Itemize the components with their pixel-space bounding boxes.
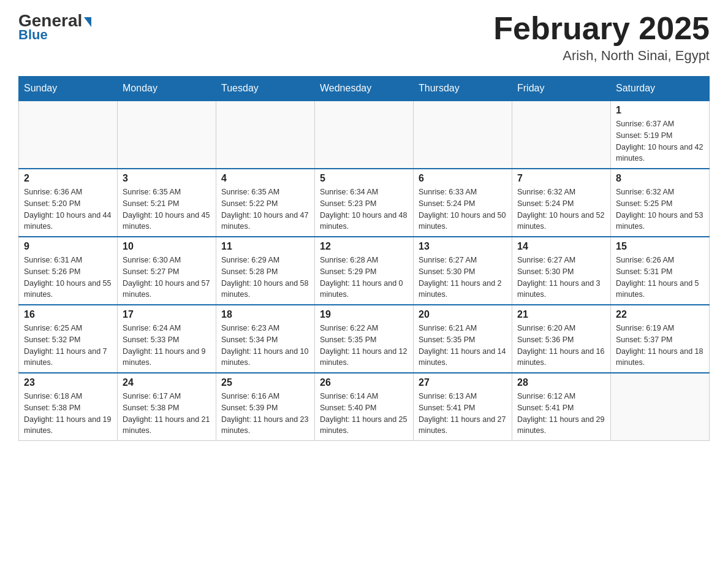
sun-info: Sunrise: 6:30 AMSunset: 5:27 PMDaylight:… bbox=[123, 255, 211, 301]
day-number: 12 bbox=[320, 241, 408, 252]
column-header-friday: Friday bbox=[512, 77, 611, 101]
calendar-cell: 25Sunrise: 6:16 AMSunset: 5:39 PMDayligh… bbox=[216, 373, 315, 441]
day-number: 6 bbox=[419, 173, 507, 184]
calendar-header-row: SundayMondayTuesdayWednesdayThursdayFrid… bbox=[19, 77, 710, 101]
calendar-cell: 12Sunrise: 6:28 AMSunset: 5:29 PMDayligh… bbox=[315, 237, 414, 305]
calendar-cell: 24Sunrise: 6:17 AMSunset: 5:38 PMDayligh… bbox=[118, 373, 216, 441]
sun-info: Sunrise: 6:28 AMSunset: 5:29 PMDaylight:… bbox=[320, 255, 408, 301]
calendar-week-row: 16Sunrise: 6:25 AMSunset: 5:32 PMDayligh… bbox=[19, 305, 710, 373]
calendar-table: SundayMondayTuesdayWednesdayThursdayFrid… bbox=[18, 76, 710, 441]
calendar-cell: 23Sunrise: 6:18 AMSunset: 5:38 PMDayligh… bbox=[19, 373, 118, 441]
sun-info: Sunrise: 6:35 AMSunset: 5:21 PMDaylight:… bbox=[123, 186, 211, 232]
sun-info: Sunrise: 6:29 AMSunset: 5:28 PMDaylight:… bbox=[221, 255, 309, 301]
sun-info: Sunrise: 6:24 AMSunset: 5:33 PMDaylight:… bbox=[123, 323, 211, 369]
calendar-cell bbox=[512, 101, 611, 169]
sun-info: Sunrise: 6:14 AMSunset: 5:40 PMDaylight:… bbox=[320, 391, 408, 437]
day-number: 9 bbox=[24, 241, 112, 252]
sun-info: Sunrise: 6:19 AMSunset: 5:37 PMDaylight:… bbox=[616, 323, 704, 369]
day-number: 14 bbox=[517, 241, 605, 252]
sun-info: Sunrise: 6:27 AMSunset: 5:30 PMDaylight:… bbox=[419, 255, 507, 301]
logo: General Blue bbox=[18, 12, 91, 43]
calendar-cell: 6Sunrise: 6:33 AMSunset: 5:24 PMDaylight… bbox=[414, 169, 512, 237]
day-number: 10 bbox=[123, 241, 211, 252]
sun-info: Sunrise: 6:22 AMSunset: 5:35 PMDaylight:… bbox=[320, 323, 408, 369]
sun-info: Sunrise: 6:21 AMSunset: 5:35 PMDaylight:… bbox=[419, 323, 507, 369]
calendar-cell: 7Sunrise: 6:32 AMSunset: 5:24 PMDaylight… bbox=[512, 169, 611, 237]
day-number: 8 bbox=[616, 173, 704, 184]
sun-info: Sunrise: 6:33 AMSunset: 5:24 PMDaylight:… bbox=[419, 186, 507, 232]
day-number: 25 bbox=[221, 377, 309, 388]
calendar-cell: 16Sunrise: 6:25 AMSunset: 5:32 PMDayligh… bbox=[19, 305, 118, 373]
calendar-cell: 26Sunrise: 6:14 AMSunset: 5:40 PMDayligh… bbox=[315, 373, 414, 441]
logo-blue: Blue bbox=[18, 27, 48, 43]
sun-info: Sunrise: 6:36 AMSunset: 5:20 PMDaylight:… bbox=[24, 186, 112, 232]
day-number: 16 bbox=[24, 309, 112, 320]
calendar-cell: 8Sunrise: 6:32 AMSunset: 5:25 PMDaylight… bbox=[611, 169, 710, 237]
sun-info: Sunrise: 6:17 AMSunset: 5:38 PMDaylight:… bbox=[123, 391, 211, 437]
calendar-cell bbox=[315, 101, 414, 169]
calendar-cell: 19Sunrise: 6:22 AMSunset: 5:35 PMDayligh… bbox=[315, 305, 414, 373]
title-area: February 2025 Arish, North Sinai, Egypt bbox=[493, 12, 710, 64]
sun-info: Sunrise: 6:37 AMSunset: 5:19 PMDaylight:… bbox=[616, 118, 704, 164]
calendar-cell bbox=[216, 101, 315, 169]
day-number: 3 bbox=[123, 173, 211, 184]
sun-info: Sunrise: 6:26 AMSunset: 5:31 PMDaylight:… bbox=[616, 255, 704, 301]
calendar-cell: 15Sunrise: 6:26 AMSunset: 5:31 PMDayligh… bbox=[611, 237, 710, 305]
calendar-cell: 3Sunrise: 6:35 AMSunset: 5:21 PMDaylight… bbox=[118, 169, 216, 237]
calendar-cell: 4Sunrise: 6:35 AMSunset: 5:22 PMDaylight… bbox=[216, 169, 315, 237]
day-number: 20 bbox=[419, 309, 507, 320]
day-number: 11 bbox=[221, 241, 309, 252]
calendar-cell: 9Sunrise: 6:31 AMSunset: 5:26 PMDaylight… bbox=[19, 237, 118, 305]
sun-info: Sunrise: 6:20 AMSunset: 5:36 PMDaylight:… bbox=[517, 323, 605, 369]
sun-info: Sunrise: 6:13 AMSunset: 5:41 PMDaylight:… bbox=[419, 391, 507, 437]
sun-info: Sunrise: 6:25 AMSunset: 5:32 PMDaylight:… bbox=[24, 323, 112, 369]
column-header-thursday: Thursday bbox=[414, 77, 512, 101]
sun-info: Sunrise: 6:12 AMSunset: 5:41 PMDaylight:… bbox=[517, 391, 605, 437]
day-number: 13 bbox=[419, 241, 507, 252]
column-header-sunday: Sunday bbox=[19, 77, 118, 101]
day-number: 5 bbox=[320, 173, 408, 184]
sun-info: Sunrise: 6:32 AMSunset: 5:25 PMDaylight:… bbox=[616, 186, 704, 232]
sun-info: Sunrise: 6:31 AMSunset: 5:26 PMDaylight:… bbox=[24, 255, 112, 301]
calendar-cell: 18Sunrise: 6:23 AMSunset: 5:34 PMDayligh… bbox=[216, 305, 315, 373]
page-header: General Blue February 2025 Arish, North … bbox=[18, 12, 710, 64]
calendar-cell: 2Sunrise: 6:36 AMSunset: 5:20 PMDaylight… bbox=[19, 169, 118, 237]
day-number: 2 bbox=[24, 173, 112, 184]
day-number: 18 bbox=[221, 309, 309, 320]
calendar-cell bbox=[611, 373, 710, 441]
day-number: 21 bbox=[517, 309, 605, 320]
calendar-cell: 11Sunrise: 6:29 AMSunset: 5:28 PMDayligh… bbox=[216, 237, 315, 305]
calendar-cell bbox=[414, 101, 512, 169]
calendar-week-row: 9Sunrise: 6:31 AMSunset: 5:26 PMDaylight… bbox=[19, 237, 710, 305]
day-number: 28 bbox=[517, 377, 605, 388]
month-title: February 2025 bbox=[493, 12, 710, 44]
day-number: 27 bbox=[419, 377, 507, 388]
calendar-cell bbox=[118, 101, 216, 169]
sun-info: Sunrise: 6:34 AMSunset: 5:23 PMDaylight:… bbox=[320, 186, 408, 232]
calendar-cell: 17Sunrise: 6:24 AMSunset: 5:33 PMDayligh… bbox=[118, 305, 216, 373]
column-header-saturday: Saturday bbox=[611, 77, 710, 101]
day-number: 24 bbox=[123, 377, 211, 388]
day-number: 7 bbox=[517, 173, 605, 184]
column-header-monday: Monday bbox=[118, 77, 216, 101]
calendar-cell: 5Sunrise: 6:34 AMSunset: 5:23 PMDaylight… bbox=[315, 169, 414, 237]
calendar-cell: 28Sunrise: 6:12 AMSunset: 5:41 PMDayligh… bbox=[512, 373, 611, 441]
day-number: 26 bbox=[320, 377, 408, 388]
day-number: 22 bbox=[616, 309, 704, 320]
sun-info: Sunrise: 6:35 AMSunset: 5:22 PMDaylight:… bbox=[221, 186, 309, 232]
column-header-wednesday: Wednesday bbox=[315, 77, 414, 101]
calendar-cell: 1Sunrise: 6:37 AMSunset: 5:19 PMDaylight… bbox=[611, 101, 710, 169]
calendar-cell: 21Sunrise: 6:20 AMSunset: 5:36 PMDayligh… bbox=[512, 305, 611, 373]
sun-info: Sunrise: 6:32 AMSunset: 5:24 PMDaylight:… bbox=[517, 186, 605, 232]
day-number: 15 bbox=[616, 241, 704, 252]
day-number: 1 bbox=[616, 105, 704, 116]
calendar-cell: 27Sunrise: 6:13 AMSunset: 5:41 PMDayligh… bbox=[414, 373, 512, 441]
sun-info: Sunrise: 6:23 AMSunset: 5:34 PMDaylight:… bbox=[221, 323, 309, 369]
day-number: 17 bbox=[123, 309, 211, 320]
calendar-week-row: 23Sunrise: 6:18 AMSunset: 5:38 PMDayligh… bbox=[19, 373, 710, 441]
location-title: Arish, North Sinai, Egypt bbox=[493, 48, 710, 64]
calendar-week-row: 2Sunrise: 6:36 AMSunset: 5:20 PMDaylight… bbox=[19, 169, 710, 237]
day-number: 23 bbox=[24, 377, 112, 388]
sun-info: Sunrise: 6:18 AMSunset: 5:38 PMDaylight:… bbox=[24, 391, 112, 437]
sun-info: Sunrise: 6:16 AMSunset: 5:39 PMDaylight:… bbox=[221, 391, 309, 437]
